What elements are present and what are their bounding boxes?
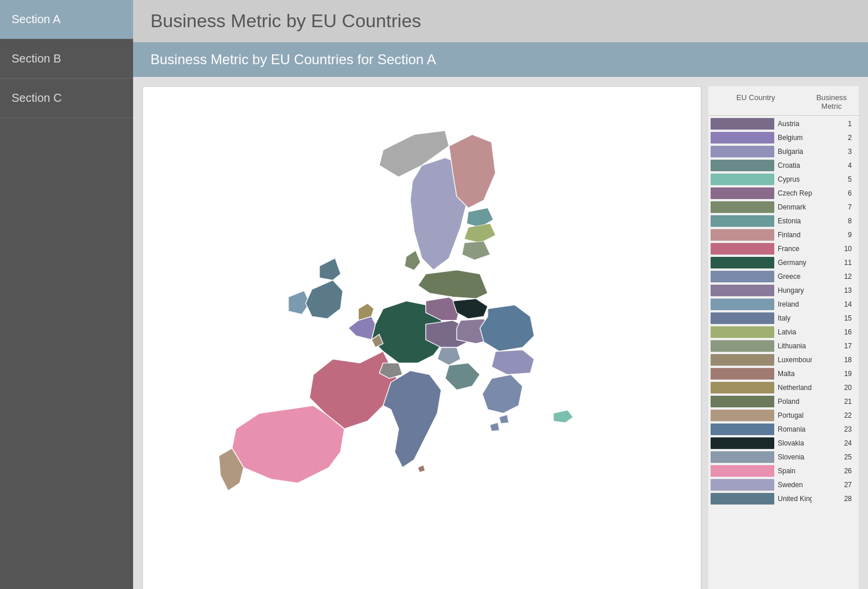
- legend-row: Spain 26: [708, 464, 859, 478]
- legend-swatch: [711, 465, 774, 477]
- legend-value: 27: [834, 481, 852, 489]
- main-content: Business Metric by EU Countries Business…: [133, 0, 868, 589]
- legend-swatch: [711, 493, 774, 505]
- legend-country-name: Estonia: [778, 217, 801, 225]
- legend-row: Portugal 22: [708, 408, 859, 422]
- legend-value: 8: [834, 217, 852, 225]
- legend-row: Bulgaria 3: [708, 145, 859, 159]
- legend-swatch: [711, 312, 774, 324]
- legend-value: 5: [834, 175, 852, 183]
- section-header: Business Metric by EU Countries for Sect…: [133, 42, 868, 77]
- legend-swatch: [711, 132, 774, 143]
- legend-country-name: Slovakia: [778, 439, 804, 447]
- legend-color-label: Bulgaria: [711, 146, 812, 157]
- legend-country-name: Germany: [778, 259, 806, 267]
- legend-rows: Austria 1 Belgium 2 Bulgaria 3 Croatia 4: [708, 117, 859, 506]
- legend-value: 23: [834, 425, 852, 433]
- sidebar-item-section-a[interactable]: Section A: [0, 0, 133, 39]
- legend-value: 20: [834, 384, 852, 392]
- legend-swatch: [711, 160, 774, 171]
- legend-swatch: [711, 257, 774, 268]
- legend-value: 28: [834, 495, 852, 503]
- legend-row: Poland 21: [708, 395, 859, 408]
- legend-value: 16: [834, 328, 852, 336]
- legend-value: 9: [834, 231, 852, 239]
- col-header-country: EU Country: [715, 93, 796, 111]
- legend-color-label: Slovakia: [711, 437, 812, 449]
- legend-row: Sweden 27: [708, 478, 859, 492]
- legend-row: Greece 12: [708, 270, 859, 284]
- legend-swatch: [711, 410, 774, 421]
- legend-swatch: [711, 451, 774, 463]
- legend-value: 18: [834, 356, 852, 364]
- legend-value: 11: [834, 259, 852, 267]
- legend-country-name: Denmark: [778, 203, 806, 211]
- col-header-metric: Business Metric: [811, 93, 852, 111]
- legend-country-name: United Kingdom: [778, 495, 812, 503]
- legend-color-label: Slovenia: [711, 451, 812, 463]
- legend-value: 15: [834, 314, 852, 322]
- sidebar-item-section-c[interactable]: Section C: [0, 79, 133, 118]
- legend-country-name: Netherlands: [778, 384, 812, 392]
- legend-swatch: [711, 215, 774, 227]
- legend-value: 13: [834, 286, 852, 294]
- legend-country-name: Greece: [778, 273, 800, 281]
- legend-swatch: [711, 437, 774, 449]
- page-title: Business Metric by EU Countries: [133, 0, 868, 42]
- legend-color-label: Estonia: [711, 215, 812, 227]
- legend-value: 12: [834, 273, 852, 281]
- legend-color-label: France: [711, 243, 812, 255]
- legend-row: Slovenia 25: [708, 450, 859, 464]
- legend-swatch: [711, 118, 774, 130]
- legend-country-name: Portugal: [778, 411, 804, 419]
- legend-row: Lithuania 17: [708, 339, 859, 353]
- legend-country-name: Latvia: [778, 328, 796, 336]
- legend-row: Ireland 14: [708, 297, 859, 311]
- legend-color-label: United Kingdom: [711, 493, 812, 505]
- legend-swatch: [711, 396, 774, 407]
- legend-color-label: Cyprus: [711, 174, 812, 185]
- eu-map[interactable]: [142, 86, 701, 589]
- legend-color-label: Luxembourg: [711, 354, 812, 366]
- legend-color-label: Poland: [711, 396, 812, 407]
- legend-row: Cyprus 5: [708, 172, 859, 186]
- legend-country-name: Italy: [778, 314, 790, 322]
- legend-country-name: Finland: [778, 231, 800, 239]
- legend-swatch: [711, 201, 774, 213]
- legend-color-label: Denmark: [711, 201, 812, 213]
- legend-row: Czech Republic 6: [708, 186, 859, 200]
- legend-color-label: Portugal: [711, 410, 812, 421]
- legend-row: Germany 11: [708, 256, 859, 270]
- legend-value: 6: [834, 189, 852, 197]
- content-area: EU Country Business Metric Austria 1 Bel…: [133, 77, 868, 589]
- legend-value: 25: [834, 453, 852, 461]
- legend-row: United Kingdom 28: [708, 492, 859, 506]
- legend-swatch: [711, 424, 774, 435]
- legend-swatch: [711, 354, 774, 366]
- legend-row: Italy 15: [708, 311, 859, 325]
- legend-color-label: Germany: [711, 257, 812, 268]
- legend-row: Romania 23: [708, 422, 859, 436]
- legend-value: 26: [834, 467, 852, 475]
- legend-swatch: [711, 243, 774, 255]
- legend-value: 14: [834, 300, 852, 308]
- legend-country-name: Romania: [778, 425, 806, 433]
- legend-row: Latvia 16: [708, 325, 859, 339]
- legend-country-name: Bulgaria: [778, 148, 803, 156]
- legend-value: 22: [834, 411, 852, 419]
- legend-table: EU Country Business Metric Austria 1 Bel…: [708, 86, 859, 589]
- legend-value: 21: [834, 397, 852, 406]
- legend-value: 24: [834, 439, 852, 447]
- legend-swatch: [711, 299, 774, 310]
- legend-swatch: [711, 146, 774, 157]
- legend-row: Croatia 4: [708, 159, 859, 172]
- legend-country-name: Spain: [778, 467, 796, 475]
- sidebar-item-section-b[interactable]: Section B: [0, 39, 133, 79]
- legend-swatch: [711, 382, 774, 393]
- legend-country-name: Poland: [778, 397, 799, 406]
- legend-color-label: Spain: [711, 465, 812, 477]
- legend-color-label: Netherlands: [711, 382, 812, 393]
- legend-swatch: [711, 187, 774, 199]
- legend-country-name: Belgium: [778, 134, 803, 142]
- legend-value: 1: [834, 120, 852, 128]
